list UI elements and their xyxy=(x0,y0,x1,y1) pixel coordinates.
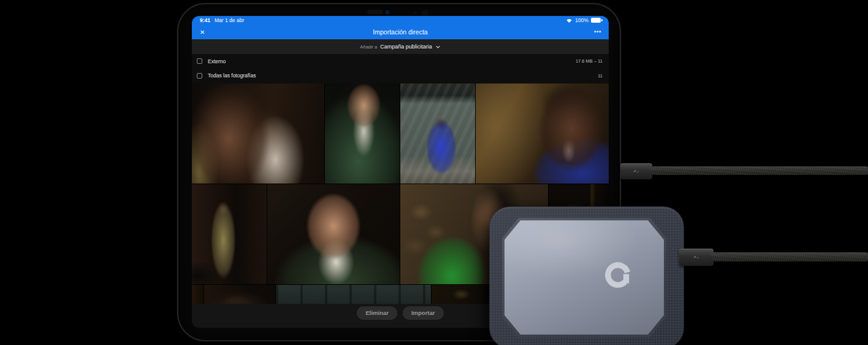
photo-thumbnail[interactable] xyxy=(192,184,267,284)
status-right: 100% xyxy=(566,17,601,23)
speaker-slot xyxy=(367,10,383,14)
source-meta: 11 xyxy=(598,73,603,79)
add-to-label: Añadir a xyxy=(360,44,377,50)
photo-thumbnail[interactable] xyxy=(400,83,475,184)
usb-cable-bottom xyxy=(711,252,868,262)
camera-ring xyxy=(421,10,429,16)
clock: 9:41 xyxy=(200,17,210,23)
page-title: Importación directa xyxy=(373,28,427,36)
chevron-down-icon[interactable] xyxy=(435,44,441,50)
photo-grid-row-1 xyxy=(192,83,609,184)
photo-thumbnail[interactable] xyxy=(267,184,400,284)
source-label: Externo xyxy=(208,58,226,64)
connector-logo-mark xyxy=(634,170,639,172)
source-label: Todas las fotografías xyxy=(208,72,256,79)
photo-thumbnail[interactable] xyxy=(192,285,204,304)
scene: 9:41 Mar 1 de abr 100% ✕ Importación dir… xyxy=(0,0,868,345)
photo-thumbnail[interactable] xyxy=(192,83,324,184)
import-title-bar: ✕ Importación directa ••• xyxy=(192,25,609,39)
usb-c-connector-ssd xyxy=(679,249,714,266)
battery-icon xyxy=(591,18,601,23)
photo-thumbnail[interactable] xyxy=(204,285,275,304)
connector-logo-mark xyxy=(694,256,699,258)
external-ssd-drive xyxy=(489,206,684,345)
front-camera xyxy=(386,10,389,14)
ssd-metal-plate xyxy=(504,220,664,335)
checkbox-externo[interactable] xyxy=(197,58,202,64)
delete-button[interactable]: Eliminar xyxy=(357,306,397,320)
battery-percent: 100% xyxy=(575,17,588,23)
wifi-icon xyxy=(566,18,573,23)
photo-thumbnail[interactable] xyxy=(276,285,431,304)
album-selector[interactable]: Campaña publicitaria xyxy=(380,44,432,50)
usb-c-connector-ipad xyxy=(620,163,652,179)
date: Mar 1 de abr xyxy=(215,17,244,23)
source-meta: 17.6 MB – 11 xyxy=(576,58,603,64)
usb-cable-top xyxy=(650,166,868,175)
checkbox-all-photos[interactable] xyxy=(197,73,202,79)
ambient-sensor xyxy=(414,12,416,14)
status-bar: 9:41 Mar 1 de abr 100% xyxy=(192,16,609,25)
photo-thumbnail[interactable] xyxy=(432,285,485,304)
import-button[interactable]: Importar xyxy=(403,306,444,320)
add-to-bar[interactable]: Añadir a Campaña publicitaria xyxy=(192,39,609,54)
status-left: 9:41 Mar 1 de abr xyxy=(200,17,244,23)
source-row-all-photos[interactable]: Todas las fotografías 11 xyxy=(192,68,609,83)
photo-thumbnail[interactable] xyxy=(325,83,400,184)
source-row-externo[interactable]: Externo 17.6 MB – 11 xyxy=(192,54,609,68)
photo-thumbnail[interactable] xyxy=(476,83,609,184)
close-icon[interactable]: ✕ xyxy=(200,29,205,36)
more-options-icon[interactable]: ••• xyxy=(594,28,601,35)
g-drive-logo-icon xyxy=(603,260,633,290)
